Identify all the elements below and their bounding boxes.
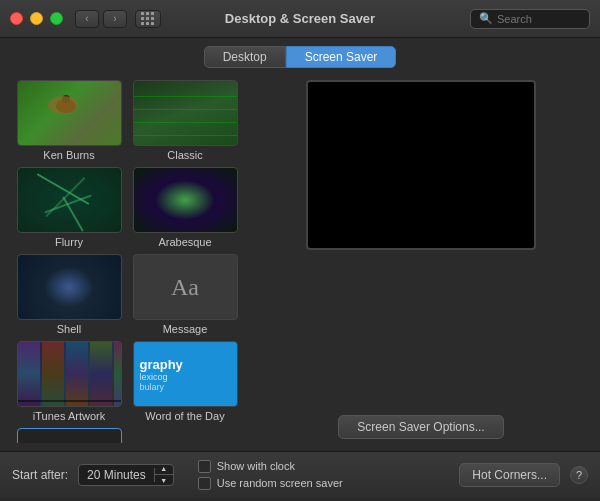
grid-view-button[interactable] <box>135 10 161 28</box>
main-content: Ken Burns Classic <box>0 76 600 451</box>
screensaver-thumbnail-wordofday: graphy lexicog bulary <box>133 341 238 407</box>
list-item[interactable]: iTunes Artwork <box>14 341 124 422</box>
itunes-decoration <box>18 342 121 406</box>
list-item[interactable]: Aa Message <box>130 254 240 335</box>
random-row[interactable]: Use random screen saver <box>198 477 343 490</box>
show-clock-row[interactable]: Show with clock <box>198 460 343 473</box>
forward-button[interactable]: › <box>103 10 127 28</box>
list-item[interactable]: Classic <box>130 80 240 161</box>
close-button[interactable] <box>10 12 23 25</box>
message-aa-text: Aa <box>171 274 199 301</box>
screensaver-label: Flurry <box>55 236 83 248</box>
traffic-lights <box>10 12 63 25</box>
maximize-button[interactable] <box>50 12 63 25</box>
screensaver-thumbnail-arabesque <box>133 167 238 233</box>
screensaver-label: Shell <box>57 323 81 335</box>
screensaver-label: Ken Burns <box>43 149 94 161</box>
stepper-value: 20 Minutes <box>79 468 155 482</box>
screensaver-thumbnail-message: Aa <box>133 254 238 320</box>
screensaver-label: Message <box>163 323 208 335</box>
shell-decoration <box>44 267 94 307</box>
wod-third-text: bulary <box>140 382 165 392</box>
screensaver-label: Arabesque <box>158 236 211 248</box>
screensaver-thumbnail-flurry <box>17 167 122 233</box>
start-after-stepper[interactable]: 20 Minutes ▲ ▼ <box>78 464 174 486</box>
itunes-text <box>18 400 121 402</box>
search-box[interactable]: 🔍 <box>470 9 590 29</box>
minimize-button[interactable] <box>30 12 43 25</box>
list-item[interactable]: Ken Burns <box>14 80 124 161</box>
stepper-arrows: ▲ ▼ <box>155 464 173 486</box>
screensaver-thumbnail-itunes <box>17 341 122 407</box>
search-icon: 🔍 <box>479 12 493 25</box>
screensaver-thumbnail-classic <box>133 80 238 146</box>
bottombar: Start after: 20 Minutes ▲ ▼ Show with cl… <box>0 451 600 497</box>
screensaver-thumbnail-kenburns <box>17 80 122 146</box>
screen-saver-options-button[interactable]: Screen Saver Options... <box>338 415 503 439</box>
search-input[interactable] <box>497 13 581 25</box>
list-item[interactable]: Animated Gif AnimatedGif <box>14 428 124 443</box>
window-title: Desktop & Screen Saver <box>225 11 375 26</box>
back-button[interactable]: ‹ <box>75 10 99 28</box>
screensaver-thumbnail-animatedgif: Animated Gif <box>17 428 122 443</box>
random-label: Use random screen saver <box>217 477 343 489</box>
grid-icon <box>141 12 155 26</box>
preview-screen <box>306 80 536 250</box>
screensaver-label: iTunes Artwork <box>33 410 105 422</box>
list-item[interactable]: Flurry <box>14 167 124 248</box>
tabbar: Desktop Screen Saver <box>0 38 600 76</box>
preview-panel: Screen Saver Options... <box>254 76 588 443</box>
classic-decoration <box>134 81 237 145</box>
nav-buttons: ‹ › <box>75 10 161 28</box>
tab-desktop[interactable]: Desktop <box>204 46 286 68</box>
wod-main-text: graphy <box>140 357 183 372</box>
list-item[interactable]: graphy lexicog bulary Word of the Day <box>130 341 240 422</box>
list-item[interactable]: Shell <box>14 254 124 335</box>
start-after-label: Start after: <box>12 468 68 482</box>
list-item[interactable]: Arabesque <box>130 167 240 248</box>
tab-screensaver[interactable]: Screen Saver <box>286 46 397 68</box>
random-checkbox[interactable] <box>198 477 211 490</box>
stepper-up[interactable]: ▲ <box>155 464 173 475</box>
screensaver-grid: Ken Burns Classic <box>12 76 242 443</box>
checkboxes: Show with clock Use random screen saver <box>198 460 343 490</box>
show-clock-checkbox[interactable] <box>198 460 211 473</box>
stepper-down[interactable]: ▼ <box>155 475 173 486</box>
help-button[interactable]: ? <box>570 466 588 484</box>
screensaver-label: Word of the Day <box>145 410 224 422</box>
wod-second-text: lexicog <box>140 372 168 382</box>
flurry-decoration <box>18 168 121 232</box>
hot-corners-button[interactable]: Hot Corners... <box>459 463 560 487</box>
arabesque-decoration <box>155 180 215 220</box>
show-clock-label: Show with clock <box>217 460 295 472</box>
screensaver-label: Classic <box>167 149 202 161</box>
beetle-decoration <box>56 99 76 113</box>
titlebar: ‹ › Desktop & Screen Saver 🔍 <box>0 0 600 38</box>
screensaver-thumbnail-shell <box>17 254 122 320</box>
